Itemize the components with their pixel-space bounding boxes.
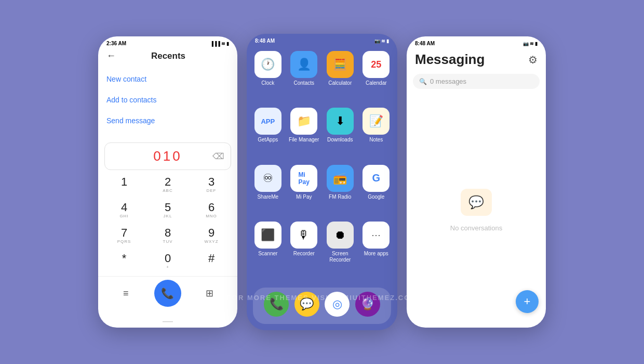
moreapps-icon: ⋯: [363, 222, 390, 249]
dock: 📞 💬 ◎ 🔮: [253, 288, 391, 324]
app-scanner[interactable]: ⬛ Scanner: [251, 222, 285, 282]
contacts-icon: 👤: [290, 51, 317, 78]
dock-browser[interactable]: 🔮: [355, 292, 380, 317]
app-clock-label: Clock: [261, 80, 274, 86]
key-5[interactable]: 5JKL: [146, 198, 190, 223]
menu-button[interactable]: ≡: [115, 283, 136, 304]
dialer-display: 010 ⌫: [104, 142, 231, 170]
status-time-1: 2:36 AM: [106, 41, 126, 46]
app-google-label: Google: [368, 194, 384, 200]
status-time-2: 8:48 AM: [255, 38, 275, 44]
battery-icon: ▮: [226, 41, 229, 46]
camera-icon-3: 📷: [523, 41, 529, 46]
app-fmradio-label: FM Radio: [329, 194, 351, 200]
app-getapps[interactable]: APP GetApps: [251, 108, 285, 162]
downloads-icon: ⬇: [327, 108, 354, 135]
grid-button[interactable]: ⊞: [199, 283, 220, 304]
message-bubble-icon: 💬: [461, 189, 492, 216]
app-getapps-label: GetApps: [258, 137, 278, 143]
app-screenrecorder[interactable]: ⏺ Screen Recorder: [323, 222, 357, 282]
key-9[interactable]: 9WXYZ: [190, 223, 233, 249]
app-google[interactable]: G Google: [359, 165, 394, 219]
battery-icon-2: ▮: [386, 38, 389, 44]
app-calculator[interactable]: 🧮 Calculator: [323, 51, 357, 106]
dock-phone[interactable]: 📞: [264, 292, 289, 317]
key-3[interactable]: 3DEF: [190, 172, 233, 198]
app-screenrecorder-label: Screen Recorder: [323, 251, 357, 263]
dialer: 010 ⌫ 1 2ABC 3DEF 4GHI 5JKL 6MNO 7PQRS 8…: [98, 138, 237, 312]
app-calculator-label: Calculator: [328, 80, 352, 86]
app-shareme[interactable]: ♾ ShareMe: [251, 165, 285, 219]
fmradio-icon: 📻: [327, 165, 354, 192]
app-calendar[interactable]: 25 Calendar: [359, 51, 394, 106]
key-4[interactable]: 4GHI: [102, 198, 146, 223]
battery-icon-3: ▮: [535, 41, 538, 46]
keypad: 1 2ABC 3DEF 4GHI 5JKL 6MNO 7PQRS 8TUV 9W…: [98, 170, 237, 276]
wifi-icon-3: ≋: [530, 41, 534, 46]
settings-button[interactable]: ⚙: [528, 54, 538, 66]
page-title: Recents: [120, 51, 217, 61]
search-bar[interactable]: 🔍 0 messages: [413, 74, 540, 89]
wifi-icon-2: ≋: [381, 38, 385, 44]
phone-apps: 8:48 AM 📷 ≋ ▮ 🕐 Clock 👤 Contacts 🧮 Calcu…: [247, 34, 397, 330]
notes-icon: 📝: [363, 108, 390, 135]
add-to-contacts-link[interactable]: Add to contacts: [106, 90, 229, 109]
recorder-icon: 🎙: [290, 222, 317, 249]
dock-chrome[interactable]: ◎: [325, 292, 350, 317]
key-star[interactable]: *: [102, 249, 146, 274]
compose-button[interactable]: +: [516, 290, 539, 313]
new-contact-link[interactable]: New contact: [106, 70, 229, 88]
getapps-icon: APP: [254, 108, 281, 135]
app-scanner-label: Scanner: [258, 251, 277, 257]
filemanager-icon: 📁: [290, 108, 317, 135]
search-icon: 🔍: [419, 78, 427, 85]
app-notes[interactable]: 📝 Notes: [359, 108, 394, 162]
calculator-icon: 🧮: [327, 51, 354, 78]
call-button[interactable]: 📞: [154, 280, 181, 307]
app-calendar-label: Calendar: [366, 80, 387, 86]
messaging-header: Messaging ⚙: [407, 48, 546, 72]
camera-icon: 📷: [374, 38, 380, 44]
app-notes-label: Notes: [369, 137, 383, 143]
app-filemanager[interactable]: 📁 File Manager: [287, 108, 321, 162]
app-contacts-label: Contacts: [294, 80, 314, 86]
calendar-icon: 25: [363, 51, 390, 78]
phone-recents: 2:36 AM ▐▐▐ ≋ ▮ ← Recents New contact Ad…: [98, 36, 237, 328]
app-downloads[interactable]: ⬇ Downloads: [323, 108, 357, 162]
key-0[interactable]: 0+: [146, 249, 190, 274]
send-message-link[interactable]: Send message: [106, 111, 229, 130]
app-clock[interactable]: 🕐 Clock: [251, 51, 285, 106]
key-7[interactable]: 7PQRS: [102, 223, 146, 249]
google-icon: G: [363, 165, 390, 192]
shareme-icon: ♾: [254, 165, 281, 192]
app-contacts[interactable]: 👤 Contacts: [287, 51, 321, 106]
app-mipay[interactable]: MiPay Mi Pay: [287, 165, 321, 219]
scanner-icon: ⬛: [254, 222, 281, 249]
key-6[interactable]: 6MNO: [190, 198, 233, 223]
mipay-icon: MiPay: [290, 165, 317, 192]
app-mipay-label: Mi Pay: [296, 194, 312, 200]
key-8[interactable]: 8TUV: [146, 223, 190, 249]
status-icons-3: 📷 ≋ ▮: [523, 41, 538, 46]
delete-button[interactable]: ⌫: [212, 151, 224, 161]
app-recorder[interactable]: 🎙 Recorder: [287, 222, 321, 282]
messaging-title: Messaging: [415, 51, 485, 68]
app-moreapps-label: More apps: [364, 251, 388, 257]
app-grid: 🕐 Clock 👤 Contacts 🧮 Calculator 25 Calen…: [247, 46, 397, 288]
status-bar-3: 8:48 AM 📷 ≋ ▮: [407, 36, 546, 48]
dock-messages[interactable]: 💬: [294, 292, 319, 317]
app-fmradio[interactable]: 📻 FM Radio: [323, 165, 357, 219]
app-shareme-label: ShareMe: [257, 194, 278, 200]
recents-header: ← Recents: [98, 48, 237, 66]
status-icons-2: 📷 ≋ ▮: [374, 38, 389, 44]
key-2[interactable]: 2ABC: [146, 172, 190, 198]
app-filemanager-label: File Manager: [289, 137, 319, 143]
status-icons-1: ▐▐▐ ≋ ▮: [210, 41, 229, 46]
status-time-3: 8:48 AM: [415, 41, 435, 46]
app-moreapps[interactable]: ⋯ More apps: [359, 222, 394, 282]
key-1[interactable]: 1: [102, 172, 146, 198]
key-hash[interactable]: #: [190, 249, 233, 274]
back-button[interactable]: ←: [106, 50, 116, 61]
dialed-number: 010: [153, 148, 182, 164]
phone-messaging: 8:48 AM 📷 ≋ ▮ Messaging ⚙ 🔍 0 messages 💬…: [407, 36, 546, 328]
